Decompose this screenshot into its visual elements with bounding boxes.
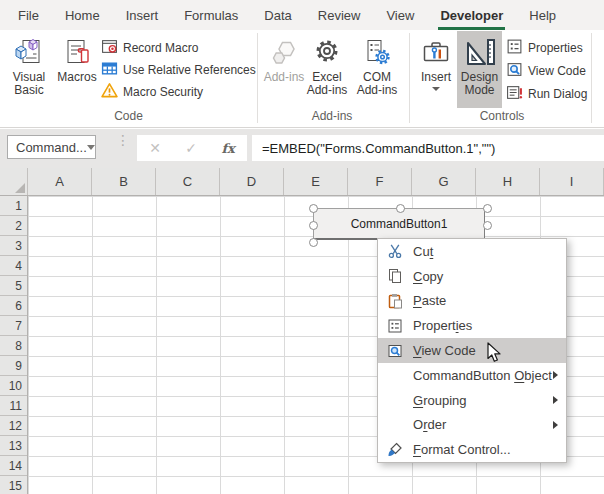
row-header-3[interactable]: 3 bbox=[0, 236, 27, 256]
record-macro-label: Record Macro bbox=[123, 41, 198, 55]
use-relative-references-button[interactable]: Use Relative References bbox=[101, 59, 256, 80]
menu-item-order[interactable]: Order bbox=[378, 413, 566, 438]
use-relative-references-label: Use Relative References bbox=[123, 63, 256, 77]
tab-home[interactable]: Home bbox=[52, 0, 113, 30]
column-header-D[interactable]: D bbox=[220, 168, 284, 195]
macros-icon bbox=[62, 36, 92, 68]
menu-item-format-control[interactable]: Format Control... bbox=[378, 437, 566, 462]
select-all-corner[interactable] bbox=[0, 168, 28, 195]
design-mode-icon bbox=[463, 36, 497, 68]
paste-icon bbox=[384, 293, 406, 309]
insert-control-button[interactable]: Insert bbox=[415, 31, 457, 108]
design-mode-button[interactable]: Design Mode bbox=[457, 31, 502, 108]
tab-view[interactable]: View bbox=[373, 0, 427, 30]
formula-input[interactable]: =EMBED("Forms.CommandButton.1","") bbox=[252, 135, 604, 161]
com-add-ins-icon bbox=[362, 36, 392, 68]
ribbon-tab-bar: File Home Insert Formulas Data Review Vi… bbox=[0, 0, 604, 30]
column-header-F[interactable]: F bbox=[348, 168, 412, 195]
name-box[interactable]: Command... bbox=[7, 135, 96, 159]
tab-file[interactable]: File bbox=[5, 0, 52, 30]
view-code-ribbon-label: View Code bbox=[528, 64, 586, 78]
selection-handle[interactable] bbox=[309, 238, 318, 247]
row-header-7[interactable]: 7 bbox=[0, 316, 27, 336]
insert-dropdown-arrow-icon bbox=[432, 87, 440, 91]
menu-item-properties[interactable]: Properties bbox=[378, 313, 566, 338]
tab-help[interactable]: Help bbox=[516, 0, 569, 30]
view-code-icon bbox=[384, 343, 406, 359]
selection-handle[interactable] bbox=[309, 204, 318, 213]
row-header-9[interactable]: 9 bbox=[0, 356, 27, 376]
formula-bar: Command... ⋮ ✕ ✓ fx =EMBED("Forms.Comman… bbox=[0, 129, 604, 168]
macros-button[interactable]: Macros bbox=[54, 31, 100, 108]
formula-text: =EMBED("Forms.CommandButton.1","") bbox=[262, 141, 495, 156]
column-header-B[interactable]: B bbox=[92, 168, 156, 195]
cancel-button[interactable]: ✕ bbox=[149, 140, 161, 156]
group-separator bbox=[257, 33, 258, 123]
selection-handle[interactable] bbox=[483, 221, 492, 230]
tab-data[interactable]: Data bbox=[251, 0, 304, 30]
column-header-C[interactable]: C bbox=[156, 168, 220, 195]
menu-item-cut[interactable]: Cut bbox=[378, 239, 566, 264]
row-header-14[interactable]: 14 bbox=[0, 456, 27, 476]
run-dialog-button[interactable]: Run Dialog bbox=[506, 83, 587, 104]
use-relative-references-icon bbox=[101, 60, 118, 80]
tab-formulas[interactable]: Formulas bbox=[171, 0, 251, 30]
excel-window: File Home Insert Formulas Data Review Vi… bbox=[0, 0, 604, 494]
selection-handle[interactable] bbox=[309, 221, 318, 230]
design-mode-label: Design Mode bbox=[457, 71, 502, 97]
row-header-6[interactable]: 6 bbox=[0, 296, 27, 316]
properties-button[interactable]: Properties bbox=[506, 37, 583, 58]
run-dialog-icon bbox=[506, 84, 523, 104]
macro-security-button[interactable]: Macro Security bbox=[101, 81, 203, 102]
row-header-8[interactable]: 8 bbox=[0, 336, 27, 356]
menu-item-grouping[interactable]: Grouping bbox=[378, 388, 566, 413]
insert-control-label: Insert bbox=[421, 71, 451, 84]
add-ins-button[interactable]: Add-ins bbox=[261, 31, 307, 108]
visual-basic-button[interactable]: Visual Basic bbox=[5, 31, 53, 108]
view-code-button[interactable]: View Code bbox=[506, 60, 586, 81]
tab-review[interactable]: Review bbox=[305, 0, 374, 30]
row-header-column: 123456789101112131415 bbox=[0, 196, 28, 494]
group-separator bbox=[409, 33, 410, 123]
selection-handle[interactable] bbox=[396, 204, 405, 213]
visual-basic-icon bbox=[13, 36, 45, 68]
row-header-2[interactable]: 2 bbox=[0, 216, 27, 236]
menu-item-paste[interactable]: Paste bbox=[378, 289, 566, 314]
group-separator bbox=[591, 33, 592, 123]
menu-item-commandbutton-object[interactable]: CommandButton Object bbox=[378, 363, 566, 388]
record-macro-button[interactable]: Record Macro bbox=[101, 37, 198, 58]
enter-button[interactable]: ✓ bbox=[185, 140, 197, 156]
column-header-A[interactable]: A bbox=[28, 168, 92, 195]
column-header-H[interactable]: H bbox=[476, 168, 540, 195]
insert-function-button[interactable]: fx bbox=[221, 141, 234, 156]
cut-icon bbox=[384, 243, 406, 259]
com-add-ins-button[interactable]: COM Add-ins bbox=[351, 31, 403, 108]
menu-item-copy[interactable]: Copy bbox=[378, 264, 566, 289]
row-header-15[interactable]: 15 bbox=[0, 476, 27, 494]
properties-ribbon-label: Properties bbox=[528, 41, 583, 55]
code-group-label: Code bbox=[0, 109, 257, 123]
row-header-1[interactable]: 1 bbox=[0, 196, 27, 216]
row-header-11[interactable]: 11 bbox=[0, 396, 27, 416]
row-header-12[interactable]: 12 bbox=[0, 416, 27, 436]
row-header-13[interactable]: 13 bbox=[0, 436, 27, 456]
macros-label: Macros bbox=[57, 71, 96, 84]
name-box-dropdown-icon[interactable] bbox=[87, 145, 95, 150]
format-control-icon bbox=[384, 442, 406, 458]
selection-handle[interactable] bbox=[483, 204, 492, 213]
tab-developer[interactable]: Developer bbox=[427, 0, 516, 30]
tab-insert[interactable]: Insert bbox=[113, 0, 172, 30]
submenu-arrow-icon bbox=[553, 371, 558, 379]
row-header-10[interactable]: 10 bbox=[0, 376, 27, 396]
row-header-4[interactable]: 4 bbox=[0, 256, 27, 276]
column-header-E[interactable]: E bbox=[284, 168, 348, 195]
excel-add-ins-button[interactable]: Excel Add-ins bbox=[303, 31, 351, 108]
view-code-ribbon-icon bbox=[506, 61, 523, 81]
menu-item-view-code[interactable]: View Code bbox=[378, 338, 566, 363]
row-header-5[interactable]: 5 bbox=[0, 276, 27, 296]
column-header-I[interactable]: I bbox=[540, 168, 604, 195]
properties-icon bbox=[384, 318, 406, 334]
submenu-arrow-icon bbox=[553, 396, 558, 404]
properties-ribbon-icon bbox=[506, 38, 523, 58]
column-header-G[interactable]: G bbox=[412, 168, 476, 195]
